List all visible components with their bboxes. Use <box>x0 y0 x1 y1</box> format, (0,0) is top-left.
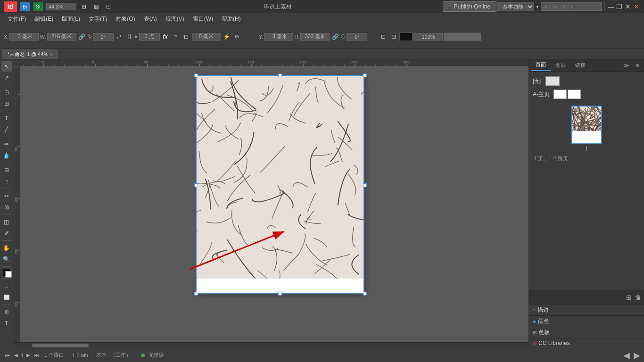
page-tool[interactable]: ⊡ <box>1 87 12 98</box>
menu-help[interactable]: 帮助(H) <box>218 14 245 24</box>
minimize-button[interactable]: — <box>607 3 615 10</box>
page-1-container[interactable]: 1 <box>571 106 602 151</box>
close-button[interactable]: ✕ <box>624 3 632 10</box>
next-page-btn[interactable]: ▶ <box>25 352 32 359</box>
flip-h-icon[interactable]: ⇄ <box>115 32 124 41</box>
lightning-icon[interactable]: ⚡ <box>222 32 231 41</box>
w-input[interactable] <box>47 33 76 41</box>
handle-br[interactable] <box>363 292 367 296</box>
rot-input[interactable] <box>93 33 114 41</box>
normal-mode-btn[interactable]: □ <box>1 280 12 291</box>
publish-online-button[interactable]: ↑ Publish Online <box>443 1 496 12</box>
distribute-icon[interactable]: ⊟ <box>182 32 191 41</box>
hand-tool[interactable]: ✋ <box>1 243 12 253</box>
stroke-join-icon[interactable]: ⊟ <box>389 32 398 41</box>
handle-bm[interactable] <box>278 292 282 296</box>
text-tool[interactable]: T <box>1 113 12 123</box>
preview-mode-btn[interactable]: ⬜ <box>1 292 12 302</box>
menu-table[interactable]: 表(A) <box>140 14 161 24</box>
gradient-swatch[interactable] <box>444 33 481 41</box>
menu-view[interactable]: 视图(V) <box>162 14 188 24</box>
handle-tm[interactable] <box>278 74 282 77</box>
handle-mr[interactable] <box>363 183 367 187</box>
opacity-input[interactable] <box>413 33 443 41</box>
pages-tab[interactable]: 页面 <box>531 59 551 71</box>
cc-libraries-toggle[interactable]: ⊙ CC Libraries <box>529 338 644 348</box>
delete-page-icon[interactable]: 🗑 <box>635 294 641 301</box>
document-tab[interactable]: *未命名-1 @ 44% × <box>2 49 58 59</box>
frame-fitting-btn[interactable]: ⊞ <box>1 306 12 317</box>
select-tool[interactable]: ↖ <box>1 61 12 72</box>
status-sep3 <box>135 351 135 360</box>
handle-tl[interactable] <box>194 74 198 77</box>
note-tool[interactable]: ✐ <box>1 228 12 239</box>
pencil-tool[interactable]: ✏ <box>1 139 12 149</box>
x-input[interactable] <box>9 33 39 41</box>
stroke-cap-icon[interactable]: ⊡ <box>379 32 388 41</box>
rect-tool[interactable]: □ <box>1 176 12 187</box>
layout-icon[interactable]: ⊞ <box>79 2 89 11</box>
new-page-icon[interactable]: ⊞ <box>626 294 632 301</box>
h-scrollbar-thumb[interactable] <box>32 344 89 347</box>
menu-text[interactable]: 文字(T) <box>85 14 111 24</box>
line-tool[interactable]: ╱ <box>1 124 12 135</box>
links-tab[interactable]: 链接 <box>570 60 590 71</box>
stroke-pt-input[interactable] <box>139 33 160 41</box>
gap-tool[interactable]: ⊞ <box>1 99 12 109</box>
stock-icon[interactable]: St <box>33 2 43 11</box>
stroke-color-swatch[interactable] <box>399 33 413 41</box>
menu-window[interactable]: 窗口(W) <box>189 14 217 24</box>
menu-object[interactable]: 对象(O) <box>112 14 139 24</box>
panel-options-btn[interactable]: ≡ <box>633 61 642 70</box>
last-page-btn[interactable]: ⏭ <box>33 352 41 359</box>
status-scroll-right[interactable]: ▶ <box>634 350 640 361</box>
search-input[interactable] <box>541 2 602 11</box>
page-1-thumb[interactable] <box>571 106 602 144</box>
workspace-selector[interactable]: 基本功能 <box>497 2 534 11</box>
zoom-input[interactable] <box>46 3 76 10</box>
menu-edit[interactable]: 编辑(E) <box>31 14 57 24</box>
handle-ml[interactable] <box>194 183 198 187</box>
constrain2-icon[interactable]: 🔗 <box>330 32 340 41</box>
scissors-tool[interactable]: ✂ <box>1 191 12 201</box>
settings-icon[interactable]: ⚙ <box>232 32 242 41</box>
h-input[interactable] <box>300 33 330 41</box>
fx-icon[interactable]: fx <box>161 32 170 41</box>
text-btn2[interactable]: T <box>1 318 12 328</box>
extra-close-icon[interactable]: ✕ <box>633 3 640 10</box>
flip-v-icon[interactable]: ⇅ <box>125 32 134 41</box>
color-panel-header: ● 颜色 <box>529 315 644 327</box>
view-mode-icon[interactable]: ▦ <box>91 2 101 11</box>
direct-select-tool[interactable]: ↗ <box>1 73 12 83</box>
eyedropper-tool[interactable]: 💧 <box>1 150 12 161</box>
prev-page-btn[interactable]: ◀ <box>12 352 20 359</box>
arrange-icon[interactable]: ⊟ <box>104 2 113 11</box>
layers-tab[interactable]: 图层 <box>551 60 570 71</box>
constrain-icon[interactable]: 🔗 <box>77 32 87 41</box>
restore-button[interactable]: ❐ <box>616 3 623 10</box>
stroke-style-icon[interactable]: — <box>368 32 378 41</box>
handle-tr[interactable] <box>363 74 367 77</box>
corner-input[interactable] <box>192 33 221 41</box>
color-panel-toggle[interactable]: ● 颜色 <box>529 316 644 327</box>
shear-input[interactable] <box>347 33 367 41</box>
menu-file[interactable]: 文件(F) <box>4 14 30 24</box>
align-icon[interactable]: ≡ <box>171 32 181 41</box>
status-scroll-left[interactable]: ◀ <box>623 350 630 361</box>
first-page-btn[interactable]: ⏮ <box>4 352 11 359</box>
canvas-container[interactable] <box>20 66 528 342</box>
frame-tool[interactable]: ⊟ <box>1 165 12 175</box>
gradient-tool[interactable]: ◫ <box>1 217 12 227</box>
menu-layout[interactable]: 版面(L) <box>58 14 84 24</box>
handle-bl[interactable] <box>194 292 198 296</box>
stroke-panel-toggle[interactable]: ≡ 描边 <box>529 304 644 315</box>
zoom-tool[interactable]: 🔍 <box>1 254 12 264</box>
y-input[interactable] <box>264 33 293 41</box>
color-swatches[interactable] <box>3 269 10 276</box>
bridge-icon[interactable]: Br <box>20 2 30 11</box>
swatches-panel-toggle[interactable]: ⊞ 色板 <box>529 327 644 338</box>
transform-tool[interactable]: ⊠ <box>1 202 12 213</box>
panel-menu-btn[interactable]: ≫ <box>621 61 631 70</box>
h-scrollbar[interactable] <box>13 342 528 348</box>
tab-close-button[interactable]: × <box>50 52 53 57</box>
